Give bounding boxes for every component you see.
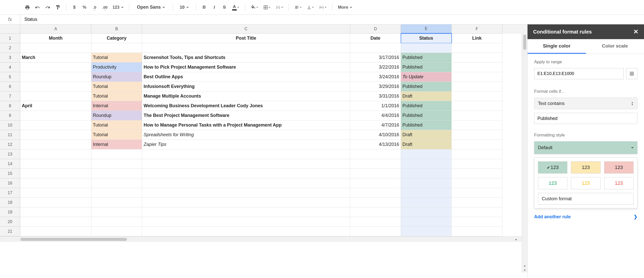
cell-C16[interactable] xyxy=(142,178,350,188)
cell-A21[interactable] xyxy=(20,227,91,236)
cell-D5[interactable]: 3/24/2016 xyxy=(350,72,401,82)
cell-D18[interactable] xyxy=(350,198,401,207)
cell-C14[interactable] xyxy=(142,159,350,169)
column-header-D[interactable]: D xyxy=(350,24,401,34)
row-header-12[interactable]: 12 xyxy=(0,140,20,149)
row-header-3[interactable]: 3 xyxy=(0,53,20,63)
cell-F12[interactable] xyxy=(452,140,502,149)
decrease-decimal-button[interactable]: .0 ← xyxy=(90,3,99,12)
cell-B10[interactable]: Tutorial xyxy=(91,120,142,130)
cell-B17[interactable] xyxy=(91,188,142,198)
cell-E4[interactable]: Published xyxy=(401,63,452,72)
cell-E5[interactable]: To Update xyxy=(401,72,452,82)
cell-A1[interactable]: Month xyxy=(20,34,91,43)
cell-E16[interactable] xyxy=(401,178,452,188)
font-family-select[interactable]: Open Sans xyxy=(133,3,169,12)
row-header-21[interactable]: 21 xyxy=(0,227,20,236)
cell-E17[interactable] xyxy=(401,188,452,198)
cell-B1[interactable]: Category xyxy=(91,34,142,43)
cell-C10[interactable]: How to Manage Personal Tasks with a Proj… xyxy=(142,120,350,130)
cell-E3[interactable]: Published xyxy=(401,53,452,63)
cell-E15[interactable] xyxy=(401,169,452,178)
cell-F18[interactable] xyxy=(452,198,502,207)
cell-E10[interactable]: Published xyxy=(401,120,452,130)
add-another-rule-button[interactable]: Add another rule ❯ xyxy=(534,212,637,222)
cell-F10[interactable] xyxy=(452,120,502,130)
preset-red-fill[interactable]: 123 xyxy=(604,161,634,174)
cell-C3[interactable]: Screenshot Tools, Tips and Shortcuts xyxy=(142,53,350,63)
cell-B21[interactable] xyxy=(91,227,142,236)
horizontal-align-button[interactable] xyxy=(293,3,304,12)
column-header-F[interactable]: F xyxy=(452,24,502,34)
cell-C21[interactable] xyxy=(142,227,350,236)
cell-A18[interactable] xyxy=(20,198,91,207)
format-currency-button[interactable]: $ xyxy=(70,3,79,12)
cell-F4[interactable] xyxy=(452,63,502,72)
redo-icon[interactable] xyxy=(43,3,52,12)
row-header-11[interactable]: 11 xyxy=(0,130,20,140)
cell-A17[interactable] xyxy=(20,188,91,198)
cell-F5[interactable] xyxy=(452,72,502,82)
tab-single-color[interactable]: Single color xyxy=(528,39,586,54)
cell-A8[interactable]: April xyxy=(20,101,91,111)
cell-D6[interactable]: 3/29/2016 xyxy=(350,82,401,91)
cell-A3[interactable]: March xyxy=(20,53,91,63)
cell-D15[interactable] xyxy=(350,169,401,178)
cell-A10[interactable] xyxy=(20,120,91,130)
cell-A9[interactable] xyxy=(20,111,91,120)
cell-F15[interactable] xyxy=(452,169,502,178)
cell-D21[interactable] xyxy=(350,227,401,236)
cell-B14[interactable] xyxy=(91,159,142,169)
column-header-A[interactable]: A xyxy=(20,24,91,34)
row-header-8[interactable]: 8 xyxy=(0,101,20,111)
borders-button[interactable] xyxy=(261,3,273,12)
cell-B11[interactable]: Tutorial xyxy=(91,130,142,140)
cell-C6[interactable]: Infusionsoft Everything xyxy=(142,82,350,91)
cell-E20[interactable] xyxy=(401,217,452,227)
cell-A13[interactable] xyxy=(20,149,91,159)
paint-format-icon[interactable] xyxy=(53,3,62,12)
cell-D13[interactable] xyxy=(350,149,401,159)
cell-B8[interactable]: Internal xyxy=(91,101,142,111)
cell-E13[interactable] xyxy=(401,149,452,159)
cell-E2[interactable] xyxy=(401,43,452,53)
spreadsheet[interactable]: ABCDEF1MonthCategoryPost TitleDateStatus… xyxy=(0,24,527,278)
cell-D17[interactable] xyxy=(350,188,401,198)
cell-F14[interactable] xyxy=(452,159,502,169)
row-header-7[interactable]: 7 xyxy=(0,91,20,101)
cell-F21[interactable] xyxy=(452,227,502,236)
cell-E21[interactable] xyxy=(401,227,452,236)
cell-A15[interactable] xyxy=(20,169,91,178)
preset-green-fill[interactable]: 123 xyxy=(538,161,567,174)
cell-A16[interactable] xyxy=(20,178,91,188)
cell-E11[interactable]: Draft xyxy=(401,130,452,140)
cell-C12[interactable]: Zapier Tips xyxy=(142,140,350,149)
cell-B16[interactable] xyxy=(91,178,142,188)
text-wrap-button[interactable] xyxy=(317,3,329,12)
cell-E8[interactable]: Published xyxy=(401,101,452,111)
cell-D1[interactable]: Date xyxy=(350,34,401,43)
close-icon[interactable]: ✕ xyxy=(633,28,638,35)
cell-D20[interactable] xyxy=(350,217,401,227)
scroll-up-icon[interactable]: ▴ xyxy=(522,263,527,268)
cell-E18[interactable] xyxy=(401,198,452,207)
cell-D2[interactable] xyxy=(350,43,401,53)
cell-C11[interactable]: Spreadsheets for Writing xyxy=(142,130,350,140)
custom-format-button[interactable]: Custom format xyxy=(538,193,634,205)
cell-C7[interactable]: Manage Multiple Accounts xyxy=(142,91,350,101)
cell-D14[interactable] xyxy=(350,159,401,169)
cell-B15[interactable] xyxy=(91,169,142,178)
horizontal-scrollbar[interactable]: ◂ ▸ xyxy=(0,236,527,242)
cell-A2[interactable] xyxy=(20,43,91,53)
cell-F11[interactable] xyxy=(452,130,502,140)
scroll-down-icon[interactable]: ▾ xyxy=(522,268,527,272)
cell-A12[interactable] xyxy=(20,140,91,149)
cell-B13[interactable] xyxy=(91,149,142,159)
fill-color-button[interactable] xyxy=(249,3,260,12)
condition-value-input[interactable] xyxy=(534,113,637,124)
condition-select[interactable]: Text contains ▲▼ xyxy=(534,98,637,109)
cell-A5[interactable] xyxy=(20,72,91,82)
cell-B4[interactable]: Productivity xyxy=(91,63,142,72)
row-header-13[interactable]: 13 xyxy=(0,149,20,159)
row-header-17[interactable]: 17 xyxy=(0,188,20,198)
